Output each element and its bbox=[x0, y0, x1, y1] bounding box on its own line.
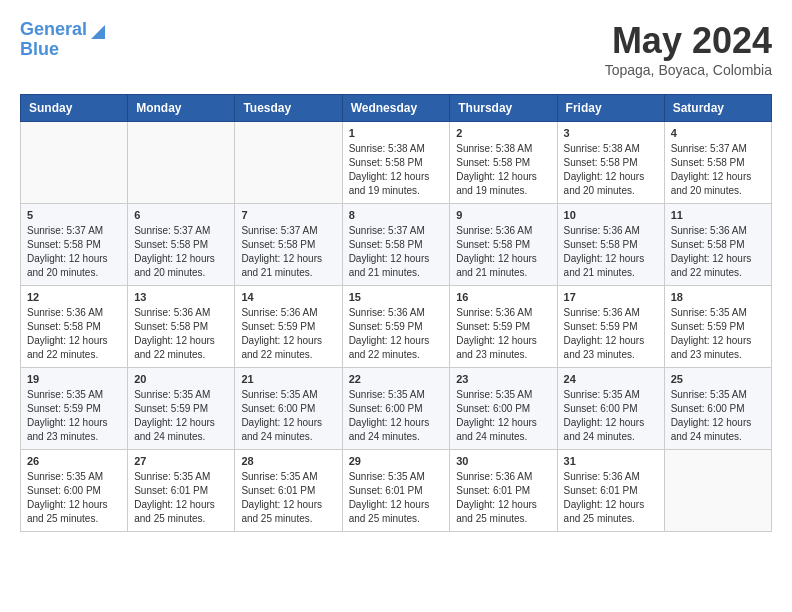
svg-marker-0 bbox=[91, 25, 105, 39]
calendar-cell: 20Sunrise: 5:35 AM Sunset: 5:59 PM Dayli… bbox=[128, 368, 235, 450]
day-info: Sunrise: 5:35 AM Sunset: 6:00 PM Dayligh… bbox=[349, 388, 444, 444]
calendar-cell: 30Sunrise: 5:36 AM Sunset: 6:01 PM Dayli… bbox=[450, 450, 557, 532]
day-number: 8 bbox=[349, 209, 444, 221]
day-info: Sunrise: 5:35 AM Sunset: 6:00 PM Dayligh… bbox=[564, 388, 658, 444]
month-title: May 2024 bbox=[605, 20, 772, 62]
calendar-cell: 16Sunrise: 5:36 AM Sunset: 5:59 PM Dayli… bbox=[450, 286, 557, 368]
title-section: May 2024 Topaga, Boyaca, Colombia bbox=[605, 20, 772, 78]
day-info: Sunrise: 5:37 AM Sunset: 5:58 PM Dayligh… bbox=[349, 224, 444, 280]
weekday-header-row: SundayMondayTuesdayWednesdayThursdayFrid… bbox=[21, 95, 772, 122]
calendar-cell: 25Sunrise: 5:35 AM Sunset: 6:00 PM Dayli… bbox=[664, 368, 771, 450]
page-header: General Blue May 2024 Topaga, Boyaca, Co… bbox=[20, 20, 772, 78]
day-info: Sunrise: 5:38 AM Sunset: 5:58 PM Dayligh… bbox=[456, 142, 550, 198]
logo-triangle-icon bbox=[89, 21, 105, 39]
calendar-cell: 18Sunrise: 5:35 AM Sunset: 5:59 PM Dayli… bbox=[664, 286, 771, 368]
day-info: Sunrise: 5:37 AM Sunset: 5:58 PM Dayligh… bbox=[134, 224, 228, 280]
day-number: 26 bbox=[27, 455, 121, 467]
weekday-header-thursday: Thursday bbox=[450, 95, 557, 122]
calendar-cell: 13Sunrise: 5:36 AM Sunset: 5:58 PM Dayli… bbox=[128, 286, 235, 368]
weekday-header-sunday: Sunday bbox=[21, 95, 128, 122]
day-info: Sunrise: 5:36 AM Sunset: 6:01 PM Dayligh… bbox=[564, 470, 658, 526]
day-number: 12 bbox=[27, 291, 121, 303]
calendar-cell: 26Sunrise: 5:35 AM Sunset: 6:00 PM Dayli… bbox=[21, 450, 128, 532]
day-info: Sunrise: 5:35 AM Sunset: 6:00 PM Dayligh… bbox=[27, 470, 121, 526]
calendar-cell: 7Sunrise: 5:37 AM Sunset: 5:58 PM Daylig… bbox=[235, 204, 342, 286]
day-info: Sunrise: 5:36 AM Sunset: 6:01 PM Dayligh… bbox=[456, 470, 550, 526]
logo: General Blue bbox=[20, 20, 105, 60]
day-info: Sunrise: 5:35 AM Sunset: 6:01 PM Dayligh… bbox=[241, 470, 335, 526]
calendar-cell: 19Sunrise: 5:35 AM Sunset: 5:59 PM Dayli… bbox=[21, 368, 128, 450]
day-info: Sunrise: 5:35 AM Sunset: 6:01 PM Dayligh… bbox=[349, 470, 444, 526]
calendar-cell: 9Sunrise: 5:36 AM Sunset: 5:58 PM Daylig… bbox=[450, 204, 557, 286]
logo-blue-text: Blue bbox=[20, 40, 59, 60]
day-number: 20 bbox=[134, 373, 228, 385]
day-number: 21 bbox=[241, 373, 335, 385]
day-number: 30 bbox=[456, 455, 550, 467]
day-number: 2 bbox=[456, 127, 550, 139]
day-info: Sunrise: 5:36 AM Sunset: 5:58 PM Dayligh… bbox=[671, 224, 765, 280]
day-number: 31 bbox=[564, 455, 658, 467]
calendar-cell: 1Sunrise: 5:38 AM Sunset: 5:58 PM Daylig… bbox=[342, 122, 450, 204]
calendar-cell: 29Sunrise: 5:35 AM Sunset: 6:01 PM Dayli… bbox=[342, 450, 450, 532]
calendar-cell: 14Sunrise: 5:36 AM Sunset: 5:59 PM Dayli… bbox=[235, 286, 342, 368]
day-number: 28 bbox=[241, 455, 335, 467]
day-number: 19 bbox=[27, 373, 121, 385]
day-info: Sunrise: 5:37 AM Sunset: 5:58 PM Dayligh… bbox=[27, 224, 121, 280]
day-info: Sunrise: 5:35 AM Sunset: 6:00 PM Dayligh… bbox=[671, 388, 765, 444]
calendar-cell: 3Sunrise: 5:38 AM Sunset: 5:58 PM Daylig… bbox=[557, 122, 664, 204]
day-info: Sunrise: 5:37 AM Sunset: 5:58 PM Dayligh… bbox=[671, 142, 765, 198]
day-info: Sunrise: 5:36 AM Sunset: 5:59 PM Dayligh… bbox=[349, 306, 444, 362]
calendar-cell: 17Sunrise: 5:36 AM Sunset: 5:59 PM Dayli… bbox=[557, 286, 664, 368]
day-info: Sunrise: 5:35 AM Sunset: 5:59 PM Dayligh… bbox=[27, 388, 121, 444]
calendar-cell: 15Sunrise: 5:36 AM Sunset: 5:59 PM Dayli… bbox=[342, 286, 450, 368]
day-number: 4 bbox=[671, 127, 765, 139]
day-number: 6 bbox=[134, 209, 228, 221]
day-number: 27 bbox=[134, 455, 228, 467]
calendar-week-row: 1Sunrise: 5:38 AM Sunset: 5:58 PM Daylig… bbox=[21, 122, 772, 204]
day-number: 7 bbox=[241, 209, 335, 221]
day-info: Sunrise: 5:35 AM Sunset: 5:59 PM Dayligh… bbox=[671, 306, 765, 362]
weekday-header-saturday: Saturday bbox=[664, 95, 771, 122]
day-info: Sunrise: 5:36 AM Sunset: 5:58 PM Dayligh… bbox=[564, 224, 658, 280]
calendar-cell bbox=[235, 122, 342, 204]
location-text: Topaga, Boyaca, Colombia bbox=[605, 62, 772, 78]
calendar-week-row: 12Sunrise: 5:36 AM Sunset: 5:58 PM Dayli… bbox=[21, 286, 772, 368]
calendar-cell: 8Sunrise: 5:37 AM Sunset: 5:58 PM Daylig… bbox=[342, 204, 450, 286]
calendar-week-row: 5Sunrise: 5:37 AM Sunset: 5:58 PM Daylig… bbox=[21, 204, 772, 286]
day-info: Sunrise: 5:35 AM Sunset: 6:01 PM Dayligh… bbox=[134, 470, 228, 526]
calendar-cell: 28Sunrise: 5:35 AM Sunset: 6:01 PM Dayli… bbox=[235, 450, 342, 532]
calendar-cell bbox=[664, 450, 771, 532]
day-info: Sunrise: 5:36 AM Sunset: 5:58 PM Dayligh… bbox=[456, 224, 550, 280]
day-info: Sunrise: 5:36 AM Sunset: 5:58 PM Dayligh… bbox=[134, 306, 228, 362]
day-number: 24 bbox=[564, 373, 658, 385]
calendar-cell bbox=[128, 122, 235, 204]
day-info: Sunrise: 5:38 AM Sunset: 5:58 PM Dayligh… bbox=[349, 142, 444, 198]
day-info: Sunrise: 5:35 AM Sunset: 5:59 PM Dayligh… bbox=[134, 388, 228, 444]
calendar-cell: 10Sunrise: 5:36 AM Sunset: 5:58 PM Dayli… bbox=[557, 204, 664, 286]
day-number: 5 bbox=[27, 209, 121, 221]
weekday-header-tuesday: Tuesday bbox=[235, 95, 342, 122]
day-number: 29 bbox=[349, 455, 444, 467]
day-info: Sunrise: 5:36 AM Sunset: 5:58 PM Dayligh… bbox=[27, 306, 121, 362]
day-number: 18 bbox=[671, 291, 765, 303]
day-number: 3 bbox=[564, 127, 658, 139]
day-number: 22 bbox=[349, 373, 444, 385]
weekday-header-monday: Monday bbox=[128, 95, 235, 122]
day-info: Sunrise: 5:36 AM Sunset: 5:59 PM Dayligh… bbox=[456, 306, 550, 362]
day-info: Sunrise: 5:35 AM Sunset: 6:00 PM Dayligh… bbox=[241, 388, 335, 444]
day-number: 17 bbox=[564, 291, 658, 303]
day-info: Sunrise: 5:38 AM Sunset: 5:58 PM Dayligh… bbox=[564, 142, 658, 198]
calendar-cell bbox=[21, 122, 128, 204]
day-info: Sunrise: 5:37 AM Sunset: 5:58 PM Dayligh… bbox=[241, 224, 335, 280]
day-info: Sunrise: 5:35 AM Sunset: 6:00 PM Dayligh… bbox=[456, 388, 550, 444]
day-info: Sunrise: 5:36 AM Sunset: 5:59 PM Dayligh… bbox=[564, 306, 658, 362]
day-number: 14 bbox=[241, 291, 335, 303]
logo-text: General bbox=[20, 20, 87, 40]
day-number: 13 bbox=[134, 291, 228, 303]
day-number: 23 bbox=[456, 373, 550, 385]
calendar-cell: 23Sunrise: 5:35 AM Sunset: 6:00 PM Dayli… bbox=[450, 368, 557, 450]
calendar-week-row: 26Sunrise: 5:35 AM Sunset: 6:00 PM Dayli… bbox=[21, 450, 772, 532]
calendar-cell: 21Sunrise: 5:35 AM Sunset: 6:00 PM Dayli… bbox=[235, 368, 342, 450]
day-number: 9 bbox=[456, 209, 550, 221]
calendar-table: SundayMondayTuesdayWednesdayThursdayFrid… bbox=[20, 94, 772, 532]
